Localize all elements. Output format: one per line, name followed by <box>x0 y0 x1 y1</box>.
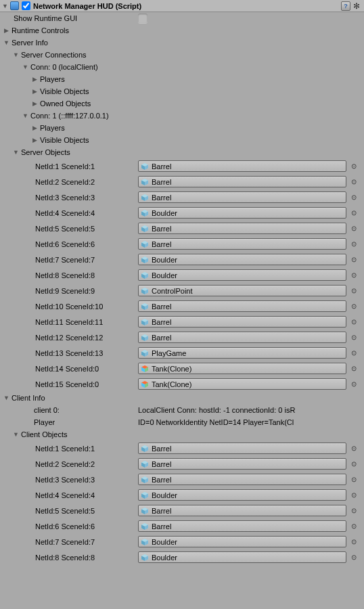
object-field[interactable]: Boulder <box>138 536 346 547</box>
connection-child-label: Visible Objects <box>40 136 89 144</box>
object-id-label: NetId:4 SceneId:4 <box>35 491 138 499</box>
object-field[interactable]: Boulder <box>138 254 346 265</box>
object-id-label: NetId:5 SceneId:5 <box>35 225 138 233</box>
object-field[interactable]: Barrel <box>138 474 346 485</box>
object-field[interactable]: ControlPoint <box>138 285 346 296</box>
server-info-label: Server Info <box>12 39 48 47</box>
client-objects-row[interactable]: Client Objects <box>0 428 364 441</box>
connection-child-fold-icon[interactable] <box>31 125 39 131</box>
connection-row[interactable]: Conn: 1 (::ffff:127.0.0.1) <box>0 110 364 122</box>
server-object-row: NetId:9 SceneId:9 ControlPoint ⊙ <box>0 283 364 298</box>
gear-icon[interactable]: ✻ <box>353 1 360 11</box>
object-picker-icon[interactable]: ⊙ <box>348 474 360 485</box>
object-picker-icon[interactable]: ⊙ <box>348 316 360 328</box>
object-field[interactable]: Barrel <box>138 176 346 187</box>
object-picker-icon[interactable]: ⊙ <box>348 378 360 390</box>
object-id-label: NetId:8 SceneId:8 <box>35 554 138 562</box>
object-picker-icon[interactable]: ⊙ <box>348 160 360 172</box>
object-field[interactable]: Barrel <box>138 505 346 516</box>
object-picker-icon[interactable]: ⊙ <box>348 254 360 265</box>
runtime-controls-fold-icon[interactable] <box>3 27 10 34</box>
player-row: Player ID=0 NetworkIdentity NetID=14 Pla… <box>0 416 364 428</box>
object-field[interactable]: Barrel <box>138 238 346 250</box>
connection-child-fold-icon[interactable] <box>31 100 39 107</box>
object-id-label: NetId:4 SceneId:4 <box>35 209 138 217</box>
server-info-row[interactable]: Server Info <box>0 37 364 49</box>
object-id-label: NetId:1 SceneId:1 <box>35 162 138 171</box>
object-picker-icon[interactable]: ⊙ <box>348 443 360 454</box>
object-field[interactable]: Barrel <box>138 316 346 328</box>
client-objects-fold-icon[interactable] <box>12 431 20 438</box>
object-picker-icon[interactable]: ⊙ <box>348 238 360 250</box>
connection-fold-icon[interactable] <box>22 64 29 70</box>
object-field[interactable]: Barrel <box>138 191 346 203</box>
server-connections-label: Server Connections <box>21 51 87 59</box>
object-field[interactable]: Barrel <box>138 223 346 234</box>
connection-child-row[interactable]: Players <box>0 73 364 85</box>
object-picker-icon[interactable]: ⊙ <box>348 536 360 547</box>
object-field[interactable]: Boulder <box>138 551 346 563</box>
object-id-label: NetId:6 SceneId:6 <box>35 522 138 531</box>
object-field[interactable]: PlayGame <box>138 347 346 359</box>
object-picker-icon[interactable]: ⊙ <box>348 269 360 281</box>
object-picker-icon[interactable]: ⊙ <box>348 332 360 343</box>
object-picker-icon[interactable]: ⊙ <box>348 520 360 532</box>
connection-child-fold-icon[interactable] <box>31 76 39 83</box>
client-object-row: NetId:8 SceneId:8 Boulder ⊙ <box>0 549 364 565</box>
object-field[interactable]: Tank(Clone) <box>138 378 346 390</box>
object-field[interactable]: Tank(Clone) <box>138 363 346 374</box>
server-info-fold-icon[interactable] <box>3 39 10 46</box>
client-object-row: NetId:6 SceneId:6 Barrel ⊙ <box>0 518 364 534</box>
object-id-label: NetId:2 SceneId:2 <box>35 178 138 186</box>
object-field[interactable]: Boulder <box>138 269 346 281</box>
object-field[interactable]: Barrel <box>138 458 346 470</box>
object-name: Barrel <box>152 460 171 468</box>
show-runtime-gui-checkbox[interactable] <box>138 14 147 23</box>
connection-child-label: Visible Objects <box>40 87 89 95</box>
object-picker-icon[interactable]: ⊙ <box>348 551 360 563</box>
server-object-row: NetId:10 SceneId:10 Barrel ⊙ <box>0 298 364 314</box>
player-value: ID=0 NetworkIdentity NetID=14 Player=Tan… <box>138 418 364 426</box>
object-picker-icon[interactable]: ⊙ <box>348 347 360 359</box>
component-fold-icon[interactable]: ▼ <box>1 3 9 9</box>
object-picker-icon[interactable]: ⊙ <box>348 223 360 234</box>
connection-row[interactable]: Conn: 0 (localClient) <box>0 61 364 73</box>
object-picker-icon[interactable]: ⊙ <box>348 363 360 374</box>
connection-child-fold-icon[interactable] <box>31 88 39 95</box>
component-enabled-checkbox[interactable] <box>22 1 30 10</box>
runtime-controls-row[interactable]: Runtime Controls <box>0 24 364 37</box>
object-id-label: NetId:11 SceneId:11 <box>35 318 138 326</box>
connection-child-row[interactable]: Players <box>0 122 364 134</box>
connection-child-row[interactable]: Visible Objects <box>0 134 364 146</box>
connection-child-fold-icon[interactable] <box>31 137 39 143</box>
connection-child-row[interactable]: Owned Objects <box>0 97 364 110</box>
help-icon[interactable]: ? <box>341 1 350 11</box>
object-picker-icon[interactable]: ⊙ <box>348 505 360 516</box>
client-info-row[interactable]: Client Info <box>0 392 364 404</box>
object-picker-icon[interactable]: ⊙ <box>348 458 360 470</box>
object-picker-icon[interactable]: ⊙ <box>348 489 360 501</box>
object-picker-icon[interactable]: ⊙ <box>348 191 360 203</box>
server-objects-fold-icon[interactable] <box>12 149 20 156</box>
object-picker-icon[interactable]: ⊙ <box>348 207 360 219</box>
client-info-fold-icon[interactable] <box>3 394 10 401</box>
object-picker-icon[interactable]: ⊙ <box>348 300 360 312</box>
server-connections-fold-icon[interactable] <box>12 51 20 58</box>
client-object-row: NetId:2 SceneId:2 Barrel ⊙ <box>0 456 364 472</box>
object-name: Boulder <box>152 256 177 264</box>
object-field[interactable]: Barrel <box>138 300 346 312</box>
object-field[interactable]: Barrel <box>138 520 346 532</box>
object-field[interactable]: Barrel <box>138 332 346 343</box>
connection-child-row[interactable]: Visible Objects <box>0 85 364 97</box>
object-field[interactable]: Barrel <box>138 443 346 454</box>
connection-fold-icon[interactable] <box>22 112 29 119</box>
server-object-row: NetId:4 SceneId:4 Boulder ⊙ <box>0 205 364 221</box>
server-connections-row[interactable]: Server Connections <box>0 49 364 61</box>
object-field[interactable]: Boulder <box>138 489 346 501</box>
object-field[interactable]: Barrel <box>138 160 346 172</box>
object-picker-icon[interactable]: ⊙ <box>348 176 360 187</box>
server-objects-row[interactable]: Server Objects <box>0 146 364 158</box>
object-picker-icon[interactable]: ⊙ <box>348 285 360 296</box>
object-field[interactable]: Boulder <box>138 207 346 219</box>
object-name: Tank(Clone) <box>152 380 191 388</box>
